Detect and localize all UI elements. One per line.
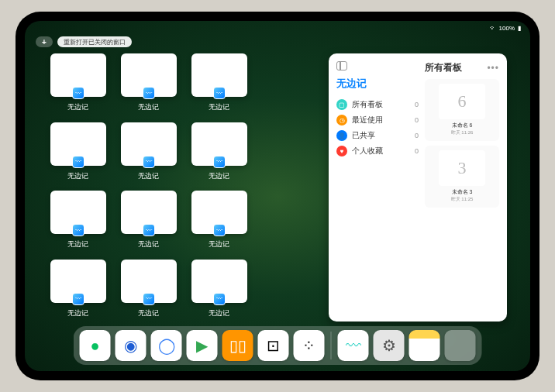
board-card[interactable]: 6未命名 6昨天 11:26 <box>425 79 499 141</box>
dock-app-settings[interactable]: ⚙ <box>374 330 405 361</box>
thumbnail-preview: 〰 <box>191 260 247 303</box>
thumbnail-label: 无边记 <box>138 239 159 249</box>
sidebar-item-count: 0 <box>415 132 419 139</box>
window-thumbnail[interactable]: 〰无边记 <box>119 53 178 116</box>
panel-content: 所有看板 ••• 6未命名 6昨天 11:263未命名 3昨天 11:25 <box>425 61 499 317</box>
app-badge-icon: 〰 <box>72 293 84 305</box>
thumbnail-label: 无边记 <box>67 102 88 112</box>
app-badge-icon: 〰 <box>213 224 226 236</box>
dock-app-browser2[interactable]: ◯ <box>151 330 182 361</box>
thumbnail-preview: 〰 <box>50 122 106 166</box>
sidebar-item-icon: 👤 <box>336 130 347 141</box>
workspace: 〰无边记〰无边记〰无边记〰无边记〰无边记〰无边记〰无边记〰无边记〰无边记〰无边记… <box>48 53 507 322</box>
board-date: 昨天 11:25 <box>451 196 474 203</box>
sidebar-item[interactable]: 👤已共享0 <box>336 128 419 143</box>
thumbnail-label: 无边记 <box>67 171 88 181</box>
thumbnail-preview: 〰 <box>50 260 106 303</box>
sidebar-item-label: 最近使用 <box>352 115 383 126</box>
app-badge-icon: 〰 <box>213 293 226 305</box>
board-preview: 6 <box>439 84 485 119</box>
dock-app-dots[interactable]: ⁘ <box>294 330 325 361</box>
window-thumbnail[interactable]: 〰无边记 <box>48 260 108 322</box>
reopen-closed-window-button[interactable]: 重新打开已关闭的窗口 <box>57 36 132 47</box>
dock-app-browser1[interactable]: ◉ <box>115 330 147 361</box>
board-name: 未命名 6 <box>452 122 473 129</box>
battery-label: 100% <box>499 25 515 32</box>
freeform-panel: 无边记 ▢所有看板0◷最近使用0👤已共享0♥个人收藏0 所有看板 ••• 6未命… <box>329 53 507 322</box>
dock-app-notes[interactable] <box>409 330 440 361</box>
panel-title: 无边记 <box>336 77 419 91</box>
sidebar-item-count: 0 <box>415 116 419 124</box>
window-thumbnail[interactable]: 〰无边记 <box>189 122 249 185</box>
window-thumbnail[interactable]: 〰无边记 <box>189 191 249 253</box>
app-badge-icon: 〰 <box>143 224 155 236</box>
dock-app-folder[interactable] <box>445 330 476 361</box>
sidebar-item-label: 已共享 <box>352 130 375 141</box>
sidebar-item[interactable]: ▢所有看板0 <box>336 97 419 112</box>
app-badge-icon: 〰 <box>213 87 226 99</box>
status-bar: ᯤ 100% ▮ <box>25 21 530 35</box>
sidebar-item-label: 所有看板 <box>352 99 383 110</box>
thumbnail-preview: 〰 <box>50 53 106 97</box>
battery-icon: ▮ <box>518 25 521 32</box>
thumbnail-label: 无边记 <box>209 102 229 112</box>
sidebar-item[interactable]: ◷最近使用0 <box>336 112 419 128</box>
sidebar-item[interactable]: ♥个人收藏0 <box>336 143 419 159</box>
thumbnail-preview: 〰 <box>121 122 177 166</box>
ipad-frame: ᯤ 100% ▮ + 重新打开已关闭的窗口 〰无边记〰无边记〰无边记〰无边记〰无… <box>16 12 539 380</box>
board-preview: 3 <box>439 150 485 186</box>
more-icon[interactable]: ••• <box>487 63 499 74</box>
window-thumbnail[interactable]: 〰无边记 <box>48 53 108 116</box>
thumbnail-preview: 〰 <box>121 260 177 303</box>
thumbnail-preview: 〰 <box>50 191 106 234</box>
dock-app-wechat[interactable]: ● <box>80 330 111 361</box>
thumbnail-label: 无边记 <box>138 102 159 112</box>
app-badge-icon: 〰 <box>143 87 155 99</box>
window-thumbnail[interactable]: 〰无边记 <box>48 191 108 253</box>
thumbnail-label: 无边记 <box>67 308 88 318</box>
thumbnail-preview: 〰 <box>121 191 177 234</box>
dock-app-dice[interactable]: ⊡ <box>258 330 289 361</box>
dock-app-freeform[interactable]: 〰 <box>338 330 369 361</box>
thumbnail-label: 无边记 <box>138 308 159 318</box>
window-thumbnail[interactable]: 〰无边记 <box>48 122 108 185</box>
thumbnail-preview: 〰 <box>191 191 247 234</box>
board-name: 未命名 3 <box>452 188 473 196</box>
dock-separator <box>331 332 332 359</box>
window-thumbnail[interactable]: 〰无边记 <box>189 260 249 322</box>
content-title: 所有看板 <box>425 61 462 74</box>
app-badge-icon: 〰 <box>72 156 84 168</box>
dock-app-books[interactable]: ▯▯ <box>222 330 253 361</box>
sidebar-item-count: 0 <box>415 101 419 108</box>
sidebar-item-icon: ◷ <box>336 115 347 126</box>
window-thumbnail[interactable]: 〰无边记 <box>189 53 249 116</box>
thumbnail-preview: 〰 <box>191 53 247 97</box>
window-thumbnails-grid: 〰无边记〰无边记〰无边记〰无边记〰无边记〰无边记〰无边记〰无边记〰无边记〰无边记… <box>48 53 319 322</box>
screen: ᯤ 100% ▮ + 重新打开已关闭的窗口 〰无边记〰无边记〰无边记〰无边记〰无… <box>25 21 530 371</box>
app-badge-icon: 〰 <box>72 87 84 99</box>
thumbnail-label: 无边记 <box>209 171 229 181</box>
top-bar: + 重新打开已关闭的窗口 <box>36 36 132 47</box>
window-thumbnail[interactable]: 〰无边记 <box>119 260 178 322</box>
wifi-icon: ᯤ <box>490 25 496 32</box>
app-badge-icon: 〰 <box>143 156 155 168</box>
sidebar-item-icon: ▢ <box>336 99 347 110</box>
sidebar-toggle-icon[interactable] <box>336 61 347 70</box>
board-card[interactable]: 3未命名 3昨天 11:25 <box>425 146 499 208</box>
window-thumbnail[interactable]: 〰无边记 <box>119 122 178 185</box>
app-badge-icon: 〰 <box>72 224 84 236</box>
board-date: 昨天 11:26 <box>451 129 474 136</box>
thumbnail-label: 无边记 <box>209 239 229 249</box>
thumbnail-preview: 〰 <box>121 53 177 97</box>
new-window-button[interactable]: + <box>36 36 53 47</box>
thumbnail-preview: 〰 <box>191 122 247 166</box>
thumbnail-label: 无边记 <box>209 308 229 318</box>
sidebar-item-label: 个人收藏 <box>352 146 383 156</box>
dock-app-play[interactable]: ▶ <box>187 330 218 361</box>
panel-sidebar: 无边记 ▢所有看板0◷最近使用0👤已共享0♥个人收藏0 <box>336 61 419 317</box>
window-thumbnail[interactable]: 〰无边记 <box>119 191 178 253</box>
sidebar-item-count: 0 <box>415 147 419 155</box>
app-badge-icon: 〰 <box>143 293 155 305</box>
app-badge-icon: 〰 <box>213 156 226 168</box>
thumbnail-label: 无边记 <box>138 171 159 181</box>
